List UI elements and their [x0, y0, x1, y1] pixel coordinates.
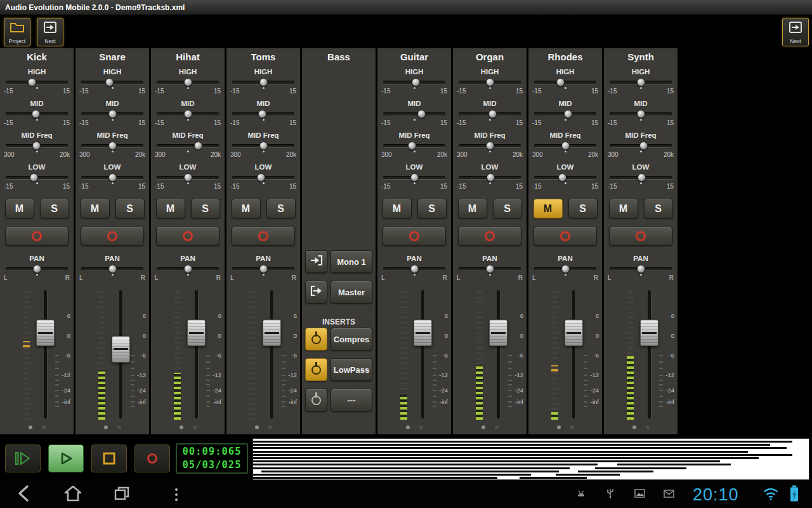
next-toolbar-button-right[interactable]: Next: [782, 18, 809, 46]
low-eq-slider[interactable]: [610, 173, 672, 182]
high-eq-slider[interactable]: [232, 78, 294, 86]
fader-cap[interactable]: [263, 319, 281, 346]
mid-freq-eq-slider[interactable]: [383, 142, 445, 150]
mute-button[interactable]: M: [5, 199, 34, 218]
record-arm-button[interactable]: [81, 227, 144, 246]
record-arm-button[interactable]: [534, 227, 597, 246]
slider-knob[interactable]: [258, 110, 266, 118]
slider-knob[interactable]: [184, 110, 192, 118]
mute-button[interactable]: M: [458, 199, 487, 218]
record-arm-button[interactable]: [458, 227, 521, 246]
insert-power-button[interactable]: [305, 358, 327, 381]
slider-knob[interactable]: [257, 173, 265, 182]
next-toolbar-button-left[interactable]: Next: [37, 18, 63, 46]
slider-knob[interactable]: [638, 173, 646, 182]
mute-button[interactable]: M: [232, 199, 261, 218]
slider-knob[interactable]: [408, 142, 416, 150]
menu-overflow-button[interactable]: [175, 488, 178, 501]
slider-knob[interactable]: [108, 173, 117, 182]
record-arm-button[interactable]: [232, 227, 295, 246]
mid-freq-eq-slider[interactable]: [81, 142, 143, 150]
solo-button[interactable]: S: [493, 199, 522, 218]
pan-slider[interactable]: [534, 265, 596, 273]
slider-knob[interactable]: [637, 110, 645, 118]
mid-eq-slider[interactable]: [232, 110, 294, 118]
slider-knob[interactable]: [32, 110, 40, 118]
solo-button[interactable]: S: [644, 199, 673, 218]
pan-slider[interactable]: [459, 265, 521, 273]
insert-power-button[interactable]: [305, 328, 327, 351]
slider-knob[interactable]: [108, 110, 117, 118]
mid-eq-slider[interactable]: [6, 110, 68, 118]
input-routing-button[interactable]: [305, 250, 327, 273]
back-button[interactable]: [15, 485, 32, 505]
low-eq-slider[interactable]: [459, 173, 521, 182]
insert-name-button[interactable]: ---: [331, 389, 372, 411]
slider-knob[interactable]: [486, 265, 494, 273]
slider-knob[interactable]: [558, 173, 566, 182]
mid-eq-slider[interactable]: [534, 110, 596, 118]
record-arm-button[interactable]: [156, 227, 219, 246]
low-eq-slider[interactable]: [157, 173, 219, 182]
mute-button[interactable]: M: [156, 199, 185, 218]
mute-button[interactable]: M: [534, 199, 563, 218]
slider-knob[interactable]: [259, 78, 268, 86]
mid-freq-eq-slider[interactable]: [6, 142, 68, 150]
low-eq-slider[interactable]: [6, 173, 68, 182]
slider-knob[interactable]: [486, 78, 494, 86]
low-eq-slider[interactable]: [383, 173, 445, 182]
pan-slider[interactable]: [6, 265, 68, 273]
fader-cap[interactable]: [640, 319, 658, 346]
mid-freq-eq-slider[interactable]: [232, 142, 294, 150]
fader-cap[interactable]: [414, 319, 432, 346]
mid-eq-slider[interactable]: [383, 110, 445, 118]
slider-knob[interactable]: [108, 265, 117, 273]
slider-knob[interactable]: [184, 78, 192, 86]
mid-eq-slider[interactable]: [610, 110, 672, 118]
routing-target-button[interactable]: Mono 1: [331, 250, 372, 273]
slider-knob[interactable]: [637, 265, 645, 273]
slider-knob[interactable]: [28, 78, 36, 86]
pan-slider[interactable]: [81, 265, 143, 273]
high-eq-slider[interactable]: [81, 78, 143, 86]
recent-apps-button[interactable]: [113, 485, 131, 504]
high-eq-slider[interactable]: [610, 78, 672, 86]
fader-cap[interactable]: [489, 319, 508, 346]
slider-knob[interactable]: [105, 78, 114, 86]
slider-knob[interactable]: [259, 142, 268, 150]
slider-knob[interactable]: [561, 265, 570, 273]
slider-knob[interactable]: [184, 173, 192, 182]
slider-knob[interactable]: [30, 173, 38, 182]
solo-button[interactable]: S: [417, 199, 447, 218]
slider-knob[interactable]: [412, 78, 420, 86]
low-eq-slider[interactable]: [232, 173, 294, 182]
fader-cap[interactable]: [187, 319, 206, 346]
play-from-start-button[interactable]: [5, 444, 41, 472]
fader-cap[interactable]: [36, 319, 55, 346]
fader-cap[interactable]: [565, 319, 583, 346]
record-arm-button[interactable]: [609, 227, 672, 246]
mute-button[interactable]: M: [383, 199, 412, 218]
slider-knob[interactable]: [486, 142, 494, 150]
insert-power-button[interactable]: [305, 389, 327, 411]
slider-knob[interactable]: [33, 265, 41, 273]
high-eq-slider[interactable]: [6, 78, 68, 86]
solo-button[interactable]: S: [568, 199, 598, 218]
record-button[interactable]: [134, 444, 170, 472]
output-routing-button[interactable]: [305, 281, 327, 304]
record-arm-button[interactable]: [383, 227, 446, 246]
pan-slider[interactable]: [383, 265, 445, 273]
home-button[interactable]: [63, 485, 82, 505]
insert-name-button[interactable]: Compres: [331, 328, 372, 351]
solo-button[interactable]: S: [266, 199, 296, 218]
fader-cap[interactable]: [112, 336, 130, 363]
slider-knob[interactable]: [259, 265, 268, 273]
low-eq-slider[interactable]: [534, 173, 596, 182]
mid-freq-eq-slider[interactable]: [459, 142, 521, 150]
slider-knob[interactable]: [108, 142, 117, 150]
record-arm-button[interactable]: [5, 227, 69, 246]
stop-button[interactable]: [91, 444, 127, 472]
routing-target-button[interactable]: Master: [331, 281, 372, 304]
slider-knob[interactable]: [488, 110, 497, 118]
slider-knob[interactable]: [556, 78, 565, 86]
